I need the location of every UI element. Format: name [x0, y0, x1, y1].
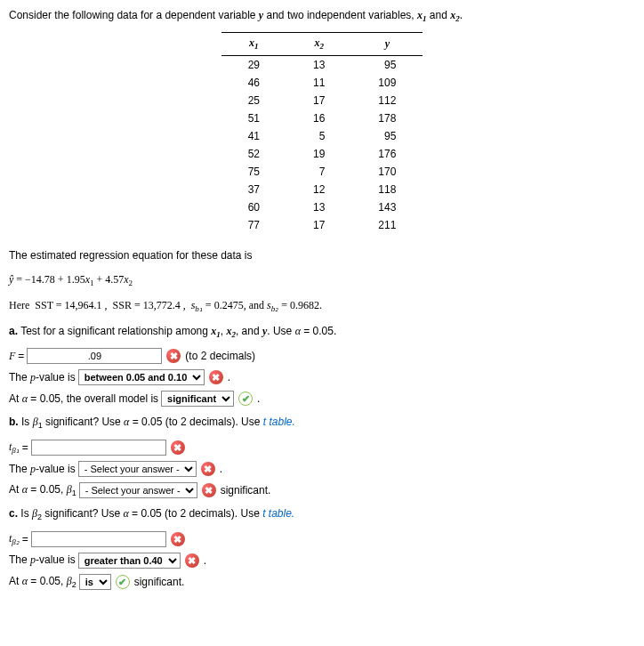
b2-post: significant. [134, 576, 185, 588]
pvalue-label: The p-value is [9, 463, 76, 476]
F-hint: (to 2 decimals) [185, 350, 255, 362]
b1-post: significant. [221, 484, 271, 497]
F-label: F [9, 350, 15, 363]
wrong-icon: ✖ [202, 483, 216, 497]
table-row: 5219176 [221, 145, 423, 163]
b1-pre: At α = 0.05, β1 [9, 483, 76, 497]
wrong-icon: ✖ [209, 370, 223, 384]
table-header-row: x1 x2 y [221, 33, 423, 55]
pvalue-b-select[interactable]: - Select your answer - [78, 461, 197, 477]
table-row: 4611109 [221, 74, 423, 92]
pvalue-c-select[interactable]: greater than 0.40 [78, 553, 181, 569]
t-table-link[interactable]: t table. [262, 507, 294, 520]
tb2-input[interactable] [31, 531, 166, 547]
wrong-icon: ✖ [171, 440, 185, 455]
model-a-pre: At α = 0.05, the overall model is [9, 392, 158, 406]
t-table-link[interactable]: t table. [263, 416, 295, 428]
correct-icon: ✔ [238, 392, 253, 406]
tb2-label: tβ₂ [9, 532, 20, 546]
stats-line: Here SST = 14,964.1 , SSR = 13,772.4 , s… [9, 297, 635, 316]
equation-intro: The estimated regression equation for th… [9, 247, 635, 264]
data-table: x1 x2 y 29139546111092517112511617841595… [221, 32, 423, 233]
wrong-icon: ✖ [166, 349, 181, 363]
wrong-icon: ✖ [201, 462, 215, 476]
problem-intro: Consider the following data for a depend… [9, 9, 635, 23]
model-a-select[interactable]: significant [161, 391, 234, 407]
table-row: 757170 [221, 163, 423, 181]
col-x2: x2 [286, 33, 351, 55]
col-y: y [351, 33, 423, 55]
part-b: b. Is β1 significant? Use α = 0.05 (to 2… [9, 414, 635, 432]
b2-pre: At α = 0.05, β2 [9, 575, 76, 589]
table-row: 3712118 [221, 181, 423, 198]
wrong-icon: ✖ [185, 553, 199, 568]
correct-icon: ✔ [116, 575, 130, 589]
table-row: 291395 [221, 55, 423, 74]
pvalue-label: The p-value is [9, 371, 76, 384]
tb1-input[interactable] [31, 440, 166, 456]
b2-select[interactable]: is [79, 574, 111, 590]
table-row: 5116178 [221, 109, 423, 127]
part-c: c. Is β2 significant? Use α = 0.05 (to 2… [9, 505, 635, 524]
F-input[interactable] [27, 348, 162, 364]
table-row: 6013143 [221, 198, 423, 216]
part-a: a. Test for a significant relationship a… [9, 323, 635, 342]
b1-select[interactable]: - Select your answer - [79, 482, 197, 498]
pvalue-a-select[interactable]: between 0.05 and 0.10 [78, 369, 205, 385]
pvalue-label: The p-value is [9, 553, 76, 567]
col-x1: x1 [221, 33, 286, 55]
table-row: 2517112 [221, 92, 423, 109]
wrong-icon: ✖ [171, 532, 185, 546]
tb1-label: tβ₁ [9, 440, 20, 455]
table-row: 7717211 [221, 216, 423, 234]
table-row: 41595 [221, 127, 423, 145]
regression-equation: ŷ = −14.78 + 1.95x1 + 4.57x2 [9, 271, 635, 290]
